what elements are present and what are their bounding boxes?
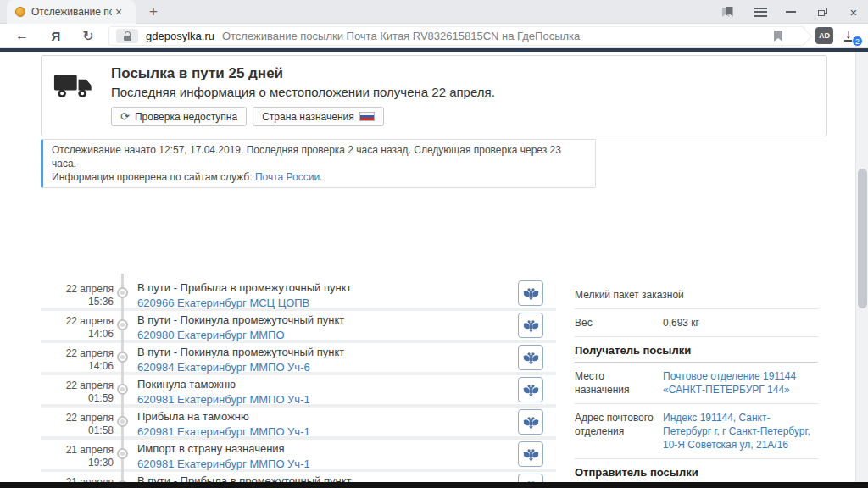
tracking-event-row: 22 апреля14:06 В пути - Покинула промежу… bbox=[41, 311, 556, 343]
sender-section-header: Отправитель посылки bbox=[575, 459, 818, 485]
status-subtitle: Последняя информация о местоположении по… bbox=[111, 85, 495, 99]
restore-window-button[interactable] bbox=[810, 0, 835, 24]
event-status: Покинула таможню bbox=[137, 378, 505, 391]
russian-post-logo-icon[interactable] bbox=[518, 409, 543, 435]
package-type: Мелкий пакет заказной bbox=[575, 288, 684, 302]
browser-tab[interactable]: Отслеживание посылки × bbox=[7, 0, 136, 24]
event-time: 14:06 bbox=[41, 328, 114, 341]
event-location-link[interactable]: 620966 Екатеринбург МСЦ ЦОПВ bbox=[137, 297, 309, 309]
event-status: Импорт в страну назначения bbox=[137, 442, 505, 456]
event-date: 22 апреля bbox=[41, 283, 114, 296]
event-date: 22 апреля bbox=[41, 380, 114, 392]
back-button[interactable]: ← bbox=[10, 24, 34, 47]
timeline-dot bbox=[117, 287, 128, 298]
check-unavailable-button[interactable]: ⟳ Проверка недоступна bbox=[111, 107, 247, 126]
browser-toolbar: ← Я ↻ gdeposylka.ru Отслеживание посылки… bbox=[0, 24, 868, 48]
destination-office-link[interactable]: Почтовое отделение 191144 «САНКТ-ПЕТЕРБУ… bbox=[663, 370, 796, 396]
tab-strip: Отслеживание посылки × + × bbox=[0, 0, 868, 24]
page-content: Посылка в пути 25 дней Последняя информа… bbox=[0, 52, 868, 488]
weight-value: 0,693 кг bbox=[663, 316, 818, 330]
event-date: 22 апреля bbox=[41, 347, 114, 360]
tracking-info-line1: Отслеживание начато 12:57, 17.04.2019. П… bbox=[52, 143, 587, 170]
scrollbar-thumb[interactable] bbox=[858, 169, 867, 308]
office-address-label: Адрес почтового отделения bbox=[575, 411, 663, 452]
event-date: 21 апреля bbox=[41, 444, 114, 457]
lock-icon bbox=[124, 31, 131, 41]
refresh-button[interactable]: ↻ bbox=[76, 24, 100, 47]
timeline-dot bbox=[117, 416, 128, 427]
timeline-dot bbox=[117, 352, 128, 363]
yandex-button[interactable]: Я bbox=[44, 24, 68, 47]
event-date: 22 апреля bbox=[41, 412, 114, 424]
office-address-row: Адрес почтового отделения Индекс 191144,… bbox=[575, 404, 818, 459]
status-title: Посылка в пути 25 дней bbox=[111, 65, 495, 82]
window-bottom-edge bbox=[0, 482, 868, 488]
tracking-event-row: 21 апреля19:30 Импорт в страну назначени… bbox=[41, 440, 556, 472]
event-location-link[interactable]: 620981 Екатеринбург ММПО Уч-1 bbox=[137, 458, 310, 470]
tracking-timeline: 22 апреля15:36 В пути - Прибыла в промеж… bbox=[41, 279, 556, 488]
address-domain: gdeposylka.ru bbox=[146, 30, 214, 42]
russian-post-logo-icon[interactable] bbox=[518, 313, 543, 338]
adblock-extension-icon[interactable]: AD bbox=[815, 27, 833, 44]
tracking-event-row: 22 апреля15:36 В пути - Прибыла в промеж… bbox=[41, 279, 556, 311]
office-address-link[interactable]: Индекс 191144, Санкт-Петербург г, г Санк… bbox=[663, 412, 810, 451]
tracking-info-line2: Информация проверена по сайтам служб: bbox=[52, 171, 255, 183]
russian-post-link[interactable]: Почта России bbox=[255, 171, 320, 183]
minimize-button[interactable] bbox=[778, 0, 804, 24]
address-page-title: Отслеживание посылки Почта Китая RV83261… bbox=[222, 30, 767, 42]
russian-post-logo-icon[interactable] bbox=[518, 377, 543, 402]
download-count-badge: 2 bbox=[852, 36, 863, 47]
event-status: В пути - Покинула промежуточный пункт bbox=[137, 346, 505, 359]
package-type-row: Мелкий пакет заказной bbox=[575, 281, 818, 309]
tab-close-icon[interactable]: × bbox=[115, 6, 122, 18]
address-bar[interactable]: gdeposylka.ru Отслеживание посылки Почта… bbox=[108, 26, 805, 46]
weight-row: Вес 0,693 кг bbox=[575, 309, 818, 337]
site-favicon-icon bbox=[15, 7, 25, 17]
timeline-dot bbox=[117, 319, 128, 330]
page-scrollbar[interactable] bbox=[855, 52, 868, 488]
parcel-details-sidebar: Мелкий пакет заказной Вес 0,693 кг Получ… bbox=[575, 281, 818, 488]
event-location-link[interactable]: 620981 Екатеринбург ММПО Уч-1 bbox=[137, 425, 310, 438]
tracking-event-row: 22 апреля14:06 В пути - Покинула промежу… bbox=[41, 343, 556, 375]
tab-title: Отслеживание посылки bbox=[31, 6, 112, 18]
russian-post-logo-icon[interactable] bbox=[518, 345, 543, 370]
event-location-link[interactable]: 620984 Екатеринбург ММПО Уч-6 bbox=[137, 361, 310, 374]
destination-row: Место назначения Почтовое отделение 1911… bbox=[575, 363, 818, 404]
russian-post-logo-icon[interactable] bbox=[518, 441, 543, 467]
event-time: 01:58 bbox=[41, 424, 114, 437]
tracking-status-card: Посылка в пути 25 дней Последняя информа… bbox=[41, 55, 827, 136]
destination-country-button[interactable]: Страна назначения bbox=[253, 107, 384, 126]
bookmark-icon[interactable] bbox=[774, 30, 782, 42]
refresh-check-icon: ⟳ bbox=[120, 110, 130, 123]
timeline-dot bbox=[117, 448, 128, 459]
truck-icon bbox=[53, 72, 96, 126]
event-location-link[interactable]: 620981 Екатеринбург ММПО Уч-1 bbox=[137, 393, 310, 406]
russia-flag-icon bbox=[359, 112, 375, 121]
collections-icon[interactable] bbox=[715, 0, 740, 24]
event-status: В пути - Прибыла в промежуточный пункт bbox=[137, 281, 505, 295]
destination-label: Место назначения bbox=[575, 369, 663, 396]
event-status: Прибыла на таможню bbox=[137, 410, 505, 424]
event-time: 14:06 bbox=[41, 360, 114, 373]
downloads-button[interactable]: ↓ 2 bbox=[843, 26, 861, 45]
recipient-section-header: Получатель посылки bbox=[575, 337, 818, 363]
menu-icon[interactable] bbox=[748, 0, 773, 24]
event-location-link[interactable]: 620980 Екатеринбург ММПО bbox=[137, 329, 285, 341]
download-arrow-icon: ↓ bbox=[845, 26, 852, 41]
event-time: 15:36 bbox=[41, 296, 114, 308]
tracking-event-row: 22 апреля01:59 Покинула таможню 620981 Е… bbox=[41, 375, 556, 408]
timeline-dot bbox=[117, 384, 128, 395]
weight-label: Вес bbox=[575, 316, 663, 330]
tracking-event-row: 22 апреля01:58 Прибыла на таможню 620981… bbox=[41, 408, 556, 440]
secure-lock-chip[interactable] bbox=[116, 29, 138, 43]
close-window-button[interactable]: × bbox=[841, 0, 866, 24]
russian-post-logo-icon[interactable] bbox=[518, 280, 543, 306]
event-time: 01:59 bbox=[41, 392, 114, 405]
event-status: В пути - Покинула промежуточный пункт bbox=[137, 313, 505, 327]
event-time: 19:30 bbox=[41, 457, 114, 469]
new-tab-button[interactable]: + bbox=[144, 3, 163, 21]
tracking-info-box: Отслеживание начато 12:57, 17.04.2019. П… bbox=[41, 139, 596, 188]
event-date: 22 апреля bbox=[41, 315, 114, 328]
